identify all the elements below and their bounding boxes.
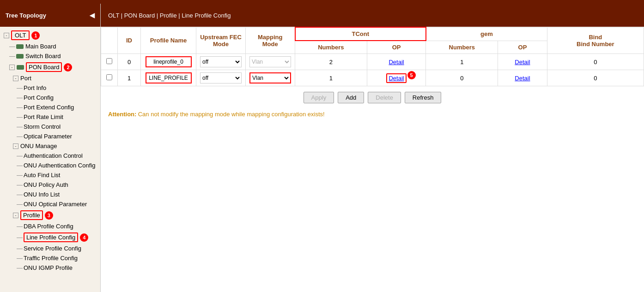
sidebar-item-onu-igmp-profile[interactable]: — ONU IGMP Profile xyxy=(0,263,100,273)
row0-gem-detail-link[interactable]: Detail xyxy=(515,59,530,66)
sidebar-item-port-rate-limit[interactable]: — Port Rate Limit xyxy=(0,112,100,122)
sidebar-item-olt[interactable]: - OLT 1 xyxy=(0,29,100,42)
row0-mapping-mode-select[interactable]: Vlan GEM TcontGEM xyxy=(249,56,291,67)
sidebar-item-onu-auth-config[interactable]: — ONU Authentication Config xyxy=(0,161,100,170)
row0-bind-number: 0 xyxy=(547,54,644,70)
sidebar-item-onu-policy-auth[interactable]: — ONU Policy Auth xyxy=(0,180,100,190)
row0-gem-op: Detail xyxy=(498,54,547,70)
th-checkbox xyxy=(101,27,118,54)
line-profile-config-label: Line Profile Config xyxy=(24,232,78,242)
table-row: 1 off on xyxy=(101,70,644,86)
apply-button[interactable]: Apply xyxy=(304,92,334,103)
main-board-label: Main Board xyxy=(25,43,56,50)
row1-tcont-op: Detail 5 xyxy=(367,70,426,86)
badge-5: 5 xyxy=(407,71,416,79)
refresh-button[interactable]: Refresh xyxy=(405,92,442,103)
row0-profile-name-input[interactable] xyxy=(146,56,192,67)
expand-icon-pon[interactable]: - xyxy=(9,65,15,70)
port-label: Port xyxy=(20,75,31,82)
olt-label: OLT xyxy=(11,30,30,40)
auth-control-label: Authentication Control xyxy=(24,152,83,159)
sidebar-item-port[interactable]: - Port xyxy=(0,73,100,83)
board-icon-main xyxy=(16,44,24,49)
sidebar: Tree Topology ◀ - OLT 1 — Main Board — S… xyxy=(0,4,101,292)
sidebar-item-line-profile-config[interactable]: — Line Profile Config 4 xyxy=(0,231,100,244)
onu-igmp-profile-label: ONU IGMP Profile xyxy=(24,264,73,271)
sidebar-item-storm-control[interactable]: — Storm Control xyxy=(0,122,100,131)
sidebar-item-auth-control[interactable]: — Authentication Control xyxy=(0,151,100,161)
sidebar-collapse-arrow[interactable]: ◀ xyxy=(90,12,95,19)
row0-profile-name xyxy=(141,54,196,70)
row0-fec-mode-select[interactable]: off on xyxy=(200,56,242,67)
main-content: OLT | PON Board | Profile | Line Profile… xyxy=(101,4,644,292)
breadcrumb-text: OLT | PON Board | Profile | Line Profile… xyxy=(108,12,231,19)
attention-message: Can not modify the mapping mode while ma… xyxy=(138,111,325,118)
row0-checkbox-cell xyxy=(101,54,118,70)
sidebar-item-traffic-profile-config[interactable]: — Traffic Profile Config xyxy=(0,253,100,263)
service-profile-config-label: Service Profile Config xyxy=(24,245,81,252)
row1-bind-number: 0 xyxy=(547,70,644,86)
row1-checkbox[interactable] xyxy=(106,74,112,80)
sidebar-item-onu-optical-parameter[interactable]: — ONU Optical Parameter xyxy=(0,199,100,209)
storm-control-label: Storm Control xyxy=(24,123,61,130)
th-mapping-mode: Mapping Mode xyxy=(246,27,295,54)
row1-fec-mode-select[interactable]: off on xyxy=(200,72,242,83)
sidebar-item-port-info[interactable]: — Port Info xyxy=(0,83,100,93)
row1-profile-name xyxy=(141,70,196,86)
sidebar-item-port-config[interactable]: — Port Config xyxy=(0,93,100,102)
sidebar-item-auto-find-list[interactable]: — Auto Find List xyxy=(0,170,100,180)
sidebar-item-main-board[interactable]: — Main Board xyxy=(0,42,100,51)
add-button[interactable]: Add xyxy=(338,92,364,103)
sidebar-item-pon-board[interactable]: - PON Board 2 xyxy=(0,61,100,73)
row1-checkbox-cell xyxy=(101,70,118,86)
sidebar-item-onu-info-list[interactable]: — ONU Info List xyxy=(0,190,100,199)
row1-mapping-mode-select[interactable]: Vlan GEM TcontGEM xyxy=(249,72,291,83)
th-upstream-fec-mode: Upstream FEC Mode xyxy=(196,27,246,54)
row0-checkbox[interactable] xyxy=(106,58,112,64)
onu-optical-parameter-label: ONU Optical Parameter xyxy=(24,201,87,208)
expand-icon-port[interactable]: - xyxy=(13,76,18,81)
row0-id: 0 xyxy=(118,54,141,70)
row1-profile-name-input[interactable] xyxy=(146,72,192,83)
switch-board-label: Switch Board xyxy=(25,53,61,60)
attention-label: Attention: xyxy=(108,111,136,118)
delete-button[interactable]: Delete xyxy=(368,92,401,103)
badge-1: 1 xyxy=(31,31,40,40)
row0-tcont-numbers: 2 xyxy=(295,54,367,70)
onu-policy-auth-label: ONU Policy Auth xyxy=(24,181,68,188)
auto-find-list-label: Auto Find List xyxy=(24,172,61,179)
row0-tcont-detail-link[interactable]: Detail xyxy=(389,59,404,66)
sidebar-item-profile[interactable]: - Profile 3 xyxy=(0,209,100,221)
badge-4: 4 xyxy=(80,233,88,242)
expand-icon-onu-manage[interactable]: - xyxy=(13,143,18,149)
expand-icon-olt[interactable]: - xyxy=(4,33,9,38)
sidebar-title: Tree Topology xyxy=(6,12,46,19)
optical-parameter-label: Optical Parameter xyxy=(24,133,72,140)
board-icon-switch xyxy=(16,54,24,59)
row1-tcont-detail-link[interactable]: Detail xyxy=(386,73,406,83)
line-profile-table: ID Profile Name Upstream FEC Mode Mappin… xyxy=(101,27,644,86)
row0-mapping-mode: Vlan GEM TcontGEM xyxy=(246,54,295,70)
sidebar-item-onu-manage[interactable]: - ONU Manage xyxy=(0,141,100,151)
action-bar: Apply Add Delete Refresh xyxy=(101,86,644,109)
content-body: ID Profile Name Upstream FEC Mode Mappin… xyxy=(101,27,644,292)
expand-icon-profile[interactable]: - xyxy=(13,213,18,218)
row1-tcont-numbers: 1 xyxy=(295,70,367,86)
table-container: ID Profile Name Upstream FEC Mode Mappin… xyxy=(101,27,644,86)
row1-gem-detail-link[interactable]: Detail xyxy=(515,75,530,82)
sidebar-item-port-extend-config[interactable]: — Port Extend Config xyxy=(0,102,100,112)
th-tcont-op: OP xyxy=(367,41,426,54)
th-profile-name: Profile Name xyxy=(141,27,196,54)
onu-manage-label: ONU Manage xyxy=(20,143,57,149)
sidebar-item-dba-profile-config[interactable]: — DBA Profile Config xyxy=(0,221,100,231)
sidebar-item-switch-board[interactable]: — Switch Board xyxy=(0,51,100,61)
sidebar-item-optical-parameter[interactable]: — Optical Parameter xyxy=(0,131,100,141)
top-bar xyxy=(0,0,644,4)
onu-auth-config-label: ONU Authentication Config xyxy=(24,162,95,169)
profile-label: Profile xyxy=(20,210,43,220)
sidebar-item-service-profile-config[interactable]: — Service Profile Config xyxy=(0,244,100,253)
badge-2: 2 xyxy=(64,63,72,72)
board-icon-pon xyxy=(17,65,24,70)
row1-mapping-mode: Vlan GEM TcontGEM xyxy=(246,70,295,86)
dba-profile-config-label: DBA Profile Config xyxy=(24,223,73,230)
